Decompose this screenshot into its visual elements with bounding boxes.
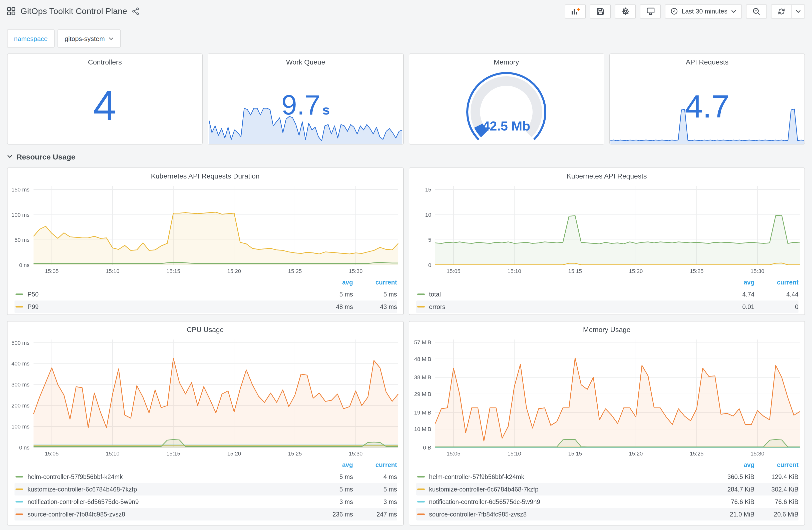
panel-title[interactable]: Work Queue	[208, 54, 403, 68]
panel-title[interactable]: CPU Usage	[8, 322, 403, 336]
x-axis-tick-label: 15:10	[507, 268, 521, 274]
legend-header-avg[interactable]: avg	[309, 461, 353, 469]
legend-row[interactable]: source-controller-7fb84fc985-zvsz8236 ms…	[15, 508, 397, 520]
save-dashboard-button[interactable]	[590, 4, 611, 18]
series-name[interactable]: P50	[28, 291, 309, 298]
legend-header-current[interactable]: current	[353, 279, 397, 286]
series-color-dash	[417, 488, 424, 490]
series-name[interactable]: P99	[28, 303, 309, 310]
timeseries-chart: 15:0515:1015:1515:2015:2515:300 B10 MiB1…	[410, 336, 803, 458]
series-color-dash	[15, 514, 23, 515]
zoom-out-button[interactable]	[746, 4, 767, 18]
series-name[interactable]: helm-controller-57f9b56bbf-k24mk	[28, 473, 309, 480]
legend-row[interactable]: source-controller-7fb84fc985-zvsz821.0 M…	[416, 508, 798, 520]
series-name[interactable]: helm-controller-57f9b56bbf-k24mk	[429, 473, 710, 480]
series-name[interactable]: source-controller-7fb84fc985-zvsz8	[429, 511, 710, 518]
legend-header-current[interactable]: current	[353, 461, 397, 469]
series-name[interactable]: notification-controller-6d56575dc-5w9n9	[28, 498, 309, 505]
clock-icon	[670, 8, 678, 15]
tv-mode-button[interactable]	[640, 4, 661, 18]
apps-grid-icon[interactable]	[7, 7, 15, 15]
series-name[interactable]: errors	[429, 303, 710, 310]
refresh-button[interactable]	[771, 4, 792, 18]
add-panel-button[interactable]	[565, 4, 586, 18]
legend-row[interactable]: P9948 ms43 ms	[15, 300, 397, 313]
sparkline	[610, 106, 804, 144]
panel-title[interactable]: API Requests	[610, 54, 805, 68]
panel-controllers: Controllers 4	[7, 54, 203, 145]
series-current-value: 302.4 KiB	[754, 486, 798, 493]
series-current-value: 129.4 KiB	[754, 473, 798, 480]
y-axis-tick-label: 10 MiB	[414, 426, 431, 432]
series-avg-value: 76.6 KiB	[710, 498, 754, 505]
y-axis-tick-label: 0 ns	[19, 262, 30, 268]
legend-row[interactable]: P505 ms5 ms	[15, 288, 397, 300]
series-current-value: 0	[754, 303, 798, 310]
series-color-dash	[15, 306, 23, 308]
x-axis-tick-label: 15:25	[690, 268, 703, 274]
panel-title[interactable]: Controllers	[8, 54, 202, 68]
y-axis-tick-label: 0 ns	[19, 444, 30, 451]
legend-row[interactable]: helm-controller-57f9b56bbf-k24mk360.5 Ki…	[416, 471, 798, 483]
series-avg-value: 48 ms	[309, 303, 353, 310]
refresh-interval-dropdown[interactable]	[792, 4, 805, 18]
panel-k8s-api-requests-duration: Kubernetes API Requests Duration 15:0515…	[7, 167, 404, 315]
legend-header-current[interactable]: current	[754, 461, 798, 469]
legend-row[interactable]: kustomize-controller-6c6784b468-7kzfp5 m…	[15, 483, 397, 496]
series-name[interactable]: kustomize-controller-6c6784b468-7kzfp	[28, 486, 309, 493]
series-avg-value: 360.5 KiB	[710, 473, 754, 480]
series-name[interactable]: total	[429, 291, 710, 298]
legend-row[interactable]: kustomize-controller-6c6784b468-7kzfp284…	[416, 483, 798, 496]
settings-button[interactable]	[615, 4, 636, 18]
legend: avg current total4.744.44errors0.010	[409, 276, 804, 315]
legend-header-avg[interactable]: avg	[710, 279, 754, 286]
series-avg-value: 3 ms	[309, 498, 353, 505]
panel-title[interactable]: Kubernetes API Requests	[409, 168, 804, 182]
panel-k8s-api-requests: Kubernetes API Requests 15:0515:1015:151…	[408, 167, 805, 315]
legend-row[interactable]: helm-controller-57f9b56bbf-k24mk5 ms4 ms	[15, 471, 397, 483]
chevron-down-icon	[109, 37, 114, 40]
charts-row-2: CPU Usage 15:0515:1015:1515:2015:2515:30…	[7, 321, 805, 526]
legend-row[interactable]: total4.744.44	[416, 288, 798, 300]
page-title: GitOps Toolkit Control Plane	[20, 6, 127, 16]
series-current-value: 4 ms	[353, 473, 397, 480]
y-axis-tick-label: 0 B	[423, 444, 431, 451]
series-avg-value: 4.74	[710, 291, 754, 298]
legend-row[interactable]: notification-controller-6d56575dc-5w9n97…	[416, 496, 798, 508]
y-axis-tick-label: 500 ms	[12, 340, 30, 346]
legend-row[interactable]: errors0.010	[416, 300, 798, 313]
stat-row: Controllers 4 Work Queue 9.7s Memory 42.…	[7, 54, 805, 145]
panel-memory-gauge: Memory 42.5 Mb	[408, 54, 604, 145]
legend-header-avg[interactable]: avg	[309, 279, 353, 286]
legend-row[interactable]: notification-controller-6d56575dc-5w9n93…	[15, 496, 397, 508]
x-axis-tick-label: 15:05	[45, 268, 59, 274]
series-avg-value: 5 ms	[309, 486, 353, 493]
legend-header-current[interactable]: current	[754, 279, 798, 286]
series-color-dash	[417, 514, 424, 515]
time-range-picker[interactable]: Last 30 minutes	[665, 4, 742, 18]
row-resource-usage[interactable]: Resource Usage	[7, 151, 805, 162]
y-axis-tick-label: 0	[428, 262, 431, 268]
series-name[interactable]: source-controller-7fb84fc985-zvsz8	[28, 511, 309, 518]
variable-value-dropdown[interactable]: gitops-system	[58, 29, 120, 47]
series-fill	[435, 215, 800, 265]
chevron-down-icon	[731, 9, 737, 13]
series-avg-value: 236 ms	[309, 511, 353, 518]
x-axis-tick-label: 15:20	[629, 268, 642, 274]
series-current-value: 20.6 MiB	[754, 511, 798, 518]
panel-title[interactable]: Kubernetes API Requests Duration	[8, 168, 403, 182]
x-axis-tick-label: 15:30	[349, 451, 362, 457]
series-name[interactable]: kustomize-controller-6c6784b468-7kzfp	[429, 486, 710, 493]
legend-header-avg[interactable]: avg	[710, 461, 754, 469]
x-axis-tick-label: 15:15	[568, 268, 582, 274]
series-name[interactable]: notification-controller-6d56575dc-5w9n9	[429, 498, 710, 505]
series-current-value: 4.44	[754, 291, 798, 298]
x-axis-tick-label: 15:15	[568, 451, 582, 457]
variable-label: namespace	[7, 29, 55, 47]
share-alt-icon[interactable]	[132, 8, 140, 15]
x-axis-tick-label: 15:30	[750, 451, 764, 457]
series-color-dash	[417, 476, 424, 477]
panel-title[interactable]: Memory	[409, 54, 604, 68]
x-axis-tick-label: 15:25	[288, 451, 302, 457]
panel-title[interactable]: Memory Usage	[409, 322, 804, 336]
